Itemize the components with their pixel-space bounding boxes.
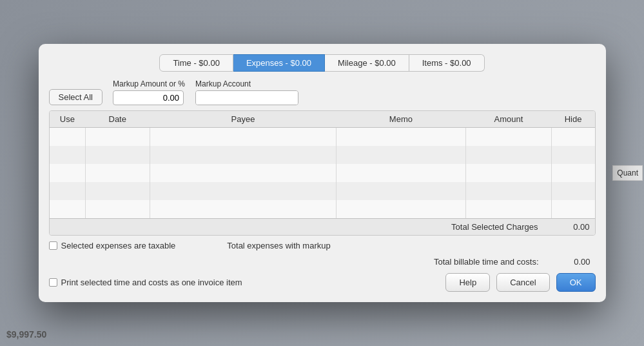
markup-account-label: Markup Account (195, 79, 298, 88)
markup-account-group: Markup Account ▼ (195, 79, 298, 105)
markup-amount-label: Markup Amount or % (113, 79, 185, 88)
table-header-row: Use Date Payee Memo Amount Hide (50, 111, 595, 128)
table-row (50, 164, 595, 182)
col-payee: Payee (150, 111, 336, 128)
action-buttons: Help Cancel OK (445, 273, 595, 292)
ok-button[interactable]: OK (556, 273, 596, 292)
col-use: Use (50, 111, 86, 128)
dialog: Time - $0.00 Expenses - $0.00 Mileage - … (39, 44, 606, 302)
total-selected-value: 0.00 (551, 222, 590, 232)
markup-account-wrapper: ▼ (195, 90, 298, 105)
billable-label: Total billable time and costs: (434, 257, 539, 267)
help-button[interactable]: Help (445, 273, 490, 292)
cancel-button[interactable]: Cancel (496, 273, 549, 292)
controls-row: Select All Markup Amount or % Markup Acc… (49, 79, 596, 105)
expenses-table-wrapper: Use Date Payee Memo Amount Hide (49, 110, 596, 236)
tab-expenses[interactable]: Expenses - $0.00 (233, 54, 325, 72)
markup-account-input[interactable] (196, 91, 298, 105)
billable-row: Total billable time and costs: 0.00 (49, 257, 596, 267)
taxable-checkbox-label[interactable]: Selected expenses are taxable (49, 241, 176, 250)
print-checkbox[interactable] (49, 278, 57, 287)
tab-items[interactable]: Items - $0.00 (409, 54, 485, 72)
taxable-checkbox[interactable] (49, 241, 57, 250)
total-selected-label: Total Selected Charges (451, 222, 538, 232)
total-selected-row: Total Selected Charges 0.00 (50, 218, 595, 235)
taxable-label-text: Selected expenses are taxable (61, 241, 176, 250)
markup-amount-group: Markup Amount or % (113, 79, 185, 105)
billable-value: 0.00 (552, 257, 590, 267)
total-with-markup-text: Total expenses with markup (227, 241, 330, 250)
col-amount: Amount (465, 111, 552, 128)
expenses-table: Use Date Payee Memo Amount Hide (50, 111, 595, 218)
tab-mileage[interactable]: Mileage - $0.00 (325, 54, 409, 72)
taxable-row: Selected expenses are taxable Total expe… (49, 241, 596, 250)
col-hide: Hide (552, 111, 595, 128)
print-row: Print selected time and costs as one inv… (49, 273, 596, 292)
table-body (50, 128, 595, 218)
table-row (50, 200, 595, 218)
table-row (50, 146, 595, 164)
print-label-text: Print selected time and costs as one inv… (61, 278, 242, 287)
bg-amount: $9,997.50 (6, 329, 46, 340)
quant-hint: Quant (612, 165, 643, 181)
select-all-button[interactable]: Select All (49, 89, 102, 105)
tab-row: Time - $0.00 Expenses - $0.00 Mileage - … (49, 54, 596, 72)
print-checkbox-label[interactable]: Print selected time and costs as one inv… (49, 278, 242, 287)
bottom-area: Selected expenses are taxable Total expe… (49, 241, 596, 292)
table-row (50, 128, 595, 146)
table-row (50, 182, 595, 200)
col-memo: Memo (337, 111, 465, 128)
dialog-backdrop: $9,997.50 Quant Time - $0.00 Expenses - … (0, 0, 644, 346)
tab-time[interactable]: Time - $0.00 (159, 54, 233, 72)
markup-amount-input[interactable] (113, 90, 184, 105)
col-date: Date (85, 111, 150, 128)
